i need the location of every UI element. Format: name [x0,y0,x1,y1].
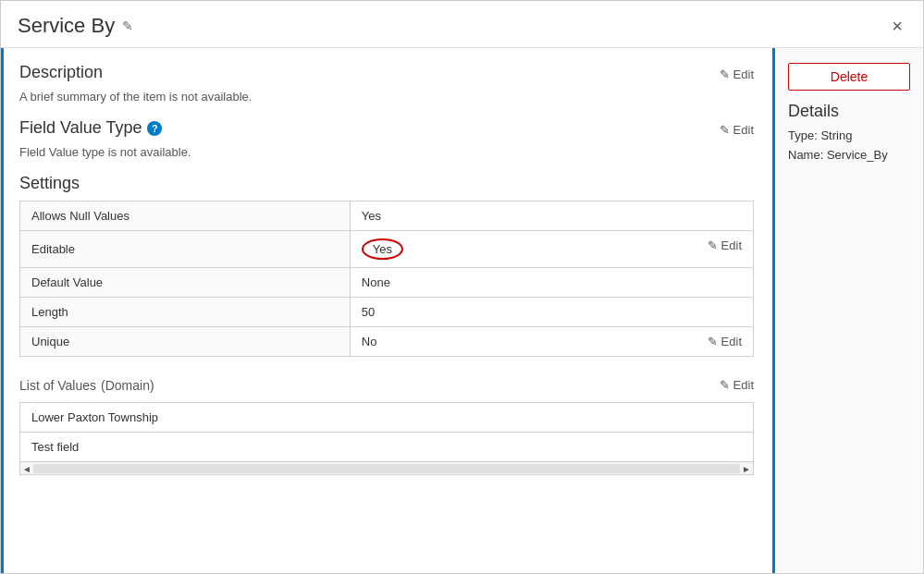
unique-edit-link[interactable]: ✎ Edit [708,335,742,348]
details-type: Type: String [788,127,910,146]
delete-button[interactable]: Delete [788,63,910,91]
setting-label: Allows Null Values [20,202,351,231]
setting-label: Default Value [20,268,351,298]
list-edit-link[interactable]: ✎ Edit [720,378,754,392]
settings-section: Settings Allows Null Values Yes Editable… [19,174,754,357]
list-item: Lower Paxton Township [20,403,754,433]
table-row: Editable Yes ✎ Edit [20,231,754,268]
close-button[interactable]: × [888,15,906,37]
description-edit-icon: ✎ [720,67,730,81]
field-value-type-title-group: Field Value Type ? [19,118,162,138]
settings-table: Allows Null Values Yes Editable Yes ✎ Ed… [19,201,754,357]
field-value-type-label: Field Value Type [19,118,142,138]
modal-body: Description ✎ Edit A brief summary of th… [1,48,923,573]
unique-edit-label: Edit [721,335,742,348]
circled-yes: Yes [362,238,403,260]
setting-value: No ✎ Edit [350,327,753,357]
scrollbar-track[interactable] [33,464,740,473]
description-header: Description ✎ Edit [19,63,754,86]
description-section: Description ✎ Edit A brief summary of th… [19,63,754,104]
list-edit-icon: ✎ [720,378,730,392]
list-of-values-section: List of Values (Domain) ✎ Edit Lower Pax… [19,375,754,475]
list-table: Lower Paxton Township Test field [19,402,754,462]
scroll-right-arrow[interactable]: ► [742,464,751,474]
table-row: Allows Null Values Yes [20,202,754,231]
modal-title-group: Service By ✎ [18,14,133,38]
list-title: List of Values (Domain) [19,375,154,395]
description-edit-link[interactable]: ✎ Edit [720,67,754,81]
list-header: List of Values (Domain) ✎ Edit [19,375,754,395]
details-info: Type: String Name: Service_By [788,127,910,165]
list-item-value: Test field [20,433,754,462]
details-title: Details [788,102,910,121]
settings-title: Settings [19,174,754,193]
field-value-type-edit-icon: ✎ [720,123,730,137]
list-item: Test field [20,433,754,462]
table-row: Unique No ✎ Edit [20,327,754,357]
unique-edit-icon: ✎ [708,335,718,348]
field-value-type-section: Field Value Type ? ✎ Edit Field Value ty… [19,118,754,159]
scrollbar-row: ◄ ► [19,462,754,475]
setting-value: Yes [350,202,753,231]
list-item-value: Lower Paxton Township [20,403,754,433]
field-value-type-edit-label: Edit [733,123,754,137]
editable-edit-label: Edit [721,238,742,252]
description-title: Description [19,63,103,82]
description-text: A brief summary of the item is not avail… [19,90,754,104]
field-value-type-header: Field Value Type ? ✎ Edit [19,118,754,141]
editable-edit-icon: ✎ [708,238,718,252]
setting-label: Length [20,298,351,327]
modal: Service By ✎ × Description ✎ Edit A brie… [0,0,924,574]
left-panel: Description ✎ Edit A brief summary of th… [1,48,775,573]
title-edit-icon[interactable]: ✎ [122,18,133,33]
setting-value: None [350,268,753,298]
setting-value: Yes ✎ Edit [350,231,753,268]
table-row: Length 50 [20,298,754,327]
table-row: Default Value None [20,268,754,298]
field-value-type-text: Field Value type is not available. [19,145,754,159]
modal-title: Service By [18,14,115,38]
editable-edit-link[interactable]: ✎ Edit [708,238,742,252]
scroll-left-arrow[interactable]: ◄ [22,464,31,474]
right-panel: Delete Details Type: String Name: Servic… [775,48,923,573]
list-edit-label: Edit [733,378,754,392]
setting-label: Unique [20,327,351,357]
details-section: Details Type: String Name: Service_By [788,102,910,165]
modal-header: Service By ✎ × [1,1,923,48]
setting-value: 50 [350,298,753,327]
list-title-sub: (Domain) [101,378,154,393]
list-title-main: List of Values [19,378,96,393]
help-icon[interactable]: ? [147,121,162,136]
description-edit-label: Edit [733,67,754,81]
setting-label: Editable [20,231,351,268]
field-value-type-edit-link[interactable]: ✎ Edit [720,123,754,137]
details-name: Name: Service_By [788,146,910,165]
